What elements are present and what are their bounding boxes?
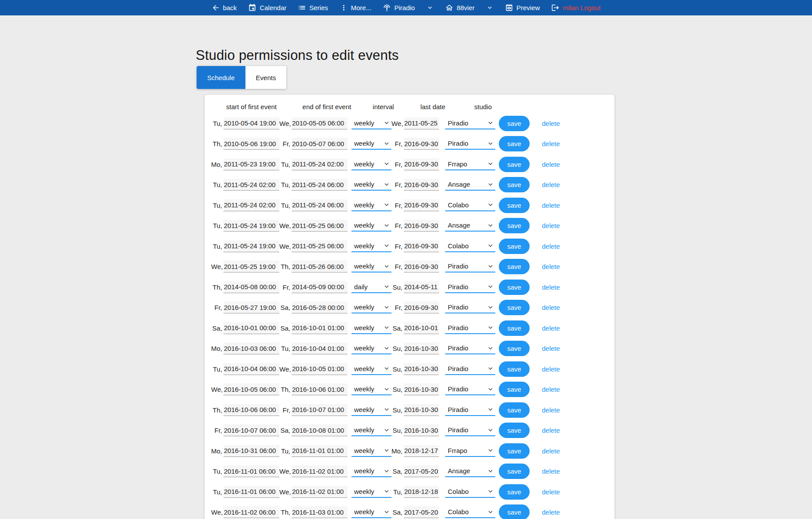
start-date-input[interactable]: [223, 240, 279, 252]
delete-link[interactable]: delete: [542, 488, 573, 496]
start-date-input[interactable]: [223, 199, 279, 211]
last-date-input[interactable]: [404, 158, 439, 170]
last-date-input[interactable]: [404, 179, 439, 191]
interval-select[interactable]: weekly: [351, 158, 391, 170]
end-date-input[interactable]: [292, 424, 347, 436]
end-date-input[interactable]: [292, 138, 347, 150]
interval-select[interactable]: weekly: [351, 118, 391, 129]
delete-link[interactable]: delete: [542, 304, 573, 311]
last-date-input[interactable]: [404, 261, 439, 272]
tab-events[interactable]: Events: [245, 66, 287, 89]
save-button[interactable]: save: [499, 239, 530, 254]
delete-link[interactable]: delete: [542, 202, 573, 209]
save-button[interactable]: save: [499, 382, 530, 397]
nav-back-button[interactable]: back: [212, 4, 237, 12]
interval-select[interactable]: weekly: [351, 465, 391, 477]
delete-link[interactable]: delete: [542, 181, 573, 188]
save-button[interactable]: save: [499, 402, 530, 418]
end-date-input[interactable]: [292, 445, 347, 457]
delete-link[interactable]: delete: [542, 345, 573, 352]
delete-link[interactable]: delete: [542, 243, 573, 250]
save-button[interactable]: save: [499, 280, 530, 295]
interval-select[interactable]: weekly: [351, 342, 391, 354]
save-button[interactable]: save: [499, 136, 530, 151]
last-date-input[interactable]: [404, 322, 439, 334]
start-date-input[interactable]: [223, 261, 279, 272]
start-date-input[interactable]: [223, 506, 279, 518]
end-date-input[interactable]: [292, 486, 347, 498]
delete-link[interactable]: delete: [542, 140, 573, 147]
start-date-input[interactable]: [223, 342, 279, 354]
last-date-input[interactable]: [404, 118, 439, 129]
save-button[interactable]: save: [499, 464, 530, 479]
start-date-input[interactable]: [223, 486, 279, 498]
interval-select[interactable]: weekly: [351, 363, 391, 375]
start-date-input[interactable]: [223, 138, 279, 150]
save-button[interactable]: save: [499, 341, 530, 356]
studio-select[interactable]: Ansage: [445, 465, 495, 477]
interval-select[interactable]: weekly: [351, 261, 391, 272]
save-button[interactable]: save: [499, 484, 530, 500]
last-date-input[interactable]: [404, 281, 439, 293]
save-button[interactable]: save: [499, 361, 530, 377]
start-date-input[interactable]: [223, 118, 279, 129]
start-date-input[interactable]: [223, 158, 279, 170]
last-date-input[interactable]: [404, 486, 439, 498]
delete-link[interactable]: delete: [542, 120, 573, 127]
delete-link[interactable]: delete: [542, 447, 573, 455]
save-button[interactable]: save: [499, 300, 530, 315]
delete-link[interactable]: delete: [542, 324, 573, 332]
start-date-input[interactable]: [223, 302, 279, 313]
last-date-input[interactable]: [404, 506, 439, 518]
nav-88vier-link[interactable]: 88vier: [445, 4, 475, 12]
end-date-input[interactable]: [292, 158, 347, 170]
start-date-input[interactable]: [223, 465, 279, 477]
studio-select[interactable]: Piradio: [445, 342, 495, 354]
last-date-input[interactable]: [404, 138, 439, 150]
start-date-input[interactable]: [223, 445, 279, 457]
interval-select[interactable]: weekly: [351, 424, 391, 436]
nav-more-button[interactable]: More...: [340, 4, 372, 12]
delete-link[interactable]: delete: [542, 283, 573, 291]
end-date-input[interactable]: [292, 363, 347, 375]
studio-select[interactable]: Piradio: [445, 261, 495, 272]
studio-select[interactable]: Piradio: [445, 138, 495, 150]
delete-link[interactable]: delete: [542, 427, 573, 434]
studio-select[interactable]: Piradio: [445, 404, 495, 416]
interval-select[interactable]: weekly: [351, 404, 391, 416]
last-date-input[interactable]: [404, 302, 439, 313]
save-button[interactable]: save: [499, 443, 530, 459]
end-date-input[interactable]: [292, 465, 347, 477]
studio-select[interactable]: Piradio: [445, 118, 495, 129]
start-date-input[interactable]: [223, 424, 279, 436]
delete-link[interactable]: delete: [542, 263, 573, 270]
save-button[interactable]: save: [499, 218, 530, 233]
interval-select[interactable]: weekly: [351, 322, 391, 334]
delete-link[interactable]: delete: [542, 406, 573, 414]
end-date-input[interactable]: [292, 342, 347, 354]
start-date-input[interactable]: [223, 404, 279, 416]
last-date-input[interactable]: [404, 445, 439, 457]
interval-select[interactable]: daily: [351, 281, 391, 293]
save-button[interactable]: save: [499, 320, 530, 336]
end-date-input[interactable]: [292, 240, 347, 252]
nav-logout-link[interactable]: milan Logout: [551, 4, 600, 12]
studio-select[interactable]: Piradio: [445, 383, 495, 395]
last-date-input[interactable]: [404, 383, 439, 395]
interval-select[interactable]: weekly: [351, 240, 391, 252]
last-date-input[interactable]: [404, 220, 439, 232]
studio-select[interactable]: Ansage: [445, 220, 495, 232]
studio-select[interactable]: Colabo: [445, 486, 495, 498]
end-date-input[interactable]: [292, 281, 347, 293]
nav-calendar-link[interactable]: Calendar: [248, 4, 286, 12]
last-date-input[interactable]: [404, 240, 439, 252]
start-date-input[interactable]: [223, 383, 279, 395]
last-date-input[interactable]: [404, 424, 439, 436]
studio-select[interactable]: Frrapo: [445, 445, 495, 457]
end-date-input[interactable]: [292, 179, 347, 191]
end-date-input[interactable]: [292, 220, 347, 232]
start-date-input[interactable]: [223, 363, 279, 375]
interval-select[interactable]: weekly: [351, 220, 391, 232]
nav-series-link[interactable]: Series: [298, 4, 328, 12]
save-button[interactable]: save: [499, 259, 530, 274]
